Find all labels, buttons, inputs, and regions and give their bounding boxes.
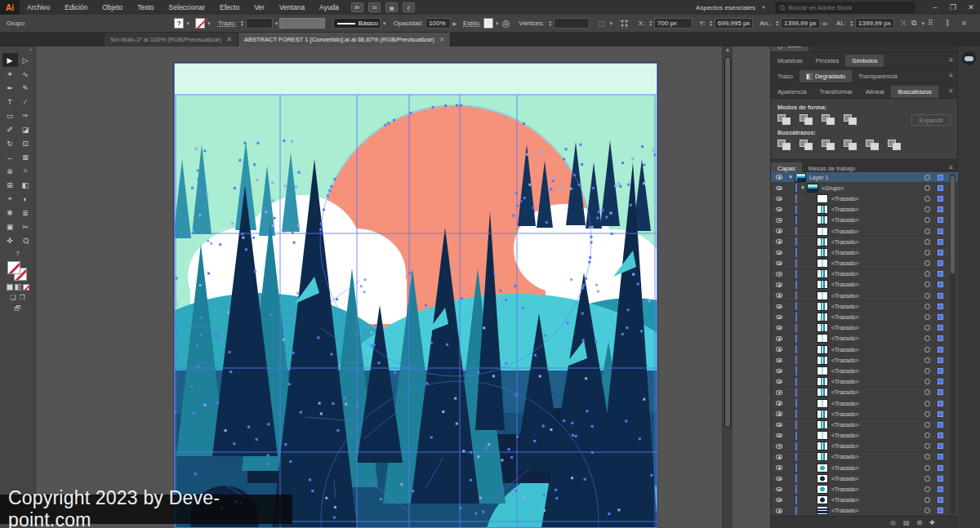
selection-indicator[interactable] xyxy=(938,304,943,309)
trim-icon[interactable] xyxy=(800,140,813,151)
target-circle-icon[interactable] xyxy=(924,465,930,471)
layer-name[interactable]: <Trazado> xyxy=(831,389,859,395)
layer-name[interactable]: <Trazado> xyxy=(831,229,859,234)
selection-indicator[interactable] xyxy=(938,411,943,417)
target-circle-icon[interactable] xyxy=(924,476,930,481)
target-circle-icon[interactable] xyxy=(924,401,930,406)
visibility-eye-icon[interactable] xyxy=(776,498,782,503)
layer-name[interactable]: <Trazado> xyxy=(831,454,859,459)
layer-row-4[interactable]: <Trazado> xyxy=(771,215,958,226)
panel-menu-icon[interactable]: ≡ xyxy=(949,56,953,64)
layer-row-2[interactable]: <Trazado> xyxy=(771,193,958,204)
selection-indicator[interactable] xyxy=(938,486,943,492)
visibility-eye-icon[interactable] xyxy=(776,379,782,384)
target-circle-icon[interactable] xyxy=(924,411,930,417)
x-stepper[interactable]: ▲▼ xyxy=(648,20,652,27)
selection-indicator[interactable] xyxy=(938,282,943,287)
selection-indicator[interactable] xyxy=(938,185,943,191)
layer-name[interactable]: <Trazado> xyxy=(831,335,859,341)
minus-front-icon[interactable] xyxy=(800,114,813,126)
mask-icon[interactable]: ▤ xyxy=(903,519,910,526)
visibility-eye-icon[interactable] xyxy=(776,411,782,416)
selection-indicator[interactable] xyxy=(938,260,943,266)
screen-mode-icon[interactable]: 🗗 xyxy=(0,304,35,313)
layers-scrollbar[interactable] xyxy=(950,174,956,514)
stroke-weight-label[interactable]: Trazo: xyxy=(218,20,236,27)
dock-panel-icon-3[interactable]: ≡ xyxy=(962,19,966,28)
tab-pinceles[interactable]: Pinceles xyxy=(809,55,845,67)
selection-indicator[interactable] xyxy=(938,206,943,212)
visibility-eye-icon[interactable] xyxy=(776,401,782,406)
target-circle-icon[interactable] xyxy=(924,497,930,503)
layer-row-0[interactable]: ▼Layer 1 xyxy=(771,172,958,183)
pencil-tool[interactable]: ✐ xyxy=(2,122,18,136)
target-circle-icon[interactable] xyxy=(924,508,930,513)
layer-name[interactable]: <Trazado> xyxy=(831,401,859,406)
scale-tool[interactable]: ⊡ xyxy=(18,136,33,150)
target-circle-icon[interactable] xyxy=(924,196,930,202)
document-tab-1[interactable]: Sin título-1* al 100% (RGB/Previsualizar… xyxy=(105,33,238,47)
layer-row-13[interactable]: <Trazado> xyxy=(771,312,958,322)
stock-icon[interactable]: St xyxy=(368,2,381,12)
tab-transparencia[interactable]: Transparencia xyxy=(852,70,904,82)
restore-button[interactable]: ❐ xyxy=(944,0,962,15)
share-icon[interactable]: ✆ xyxy=(403,2,415,12)
layer-name[interactable]: <Trazado> xyxy=(831,314,859,320)
new-sublayer-icon[interactable]: ⊞ xyxy=(917,519,923,526)
transform-icon[interactable]: ⤫ xyxy=(901,19,906,28)
intersect-icon[interactable] xyxy=(822,114,835,126)
target-circle-icon[interactable] xyxy=(924,422,930,428)
target-circle-icon[interactable] xyxy=(924,389,930,395)
symbol-sprayer-tool[interactable]: ❋ xyxy=(2,206,18,220)
fill-stroke-swatches[interactable] xyxy=(6,260,30,282)
mesh-tool[interactable]: ⊞ xyxy=(2,178,18,192)
tab-trazo[interactable]: Trazo xyxy=(771,70,800,82)
tab-transformar[interactable]: Transformar xyxy=(813,86,859,98)
layer-row-6[interactable]: <Trazado> xyxy=(771,237,958,247)
tab-apariencia[interactable]: Apariencia xyxy=(771,86,813,98)
width-field[interactable]: 1399,99 px xyxy=(781,18,820,29)
tab-close-icon[interactable]: ✕ xyxy=(226,36,232,43)
style-swatch[interactable] xyxy=(483,18,493,29)
layer-row-14[interactable]: <Trazado> xyxy=(771,323,958,334)
expand-chevron-icon[interactable]: ▼ xyxy=(800,185,805,190)
paintbrush-tool[interactable]: ✑ xyxy=(18,109,33,122)
expand-button[interactable]: Expandir xyxy=(911,114,951,126)
selection-indicator[interactable] xyxy=(938,368,943,374)
layer-name[interactable]: <Trazado> xyxy=(831,282,859,287)
layer-name[interactable]: <Trazado> xyxy=(831,379,859,384)
selection-indicator[interactable] xyxy=(938,314,943,320)
selection-indicator[interactable] xyxy=(938,454,943,459)
visibility-eye-icon[interactable] xyxy=(776,315,782,320)
layer-row-3[interactable]: <Trazado> xyxy=(771,205,958,215)
tab-símbolos[interactable]: Símbolos xyxy=(845,55,884,67)
layer-name[interactable]: <Trazado> xyxy=(831,433,859,438)
visibility-eye-icon[interactable] xyxy=(776,487,782,492)
crop-icon[interactable] xyxy=(844,140,858,151)
layer-name[interactable]: <Trazado> xyxy=(831,368,859,374)
selection-indicator[interactable] xyxy=(938,433,943,438)
selection-indicator[interactable] xyxy=(938,229,943,234)
select-similar-icon[interactable]: ⬚ xyxy=(598,20,605,28)
visibility-eye-icon[interactable] xyxy=(776,423,782,428)
menu-ventana[interactable]: Ventana xyxy=(272,0,312,15)
target-circle-icon[interactable] xyxy=(924,443,930,449)
target-circle-icon[interactable] xyxy=(924,357,930,363)
dock-panel-icon-1[interactable]: ⠿ xyxy=(928,19,933,28)
layer-row-16[interactable]: <Trazado> xyxy=(771,344,958,355)
height-field[interactable]: 1399,99 px xyxy=(855,18,894,29)
layer-row-22[interactable]: <Trazado> xyxy=(771,409,958,419)
direct-selection-tool[interactable]: ▷ xyxy=(18,53,33,67)
tab-buscatrazos[interactable]: Buscatrazos xyxy=(891,86,938,98)
width-tool[interactable]: ↔ xyxy=(2,150,18,164)
target-circle-icon[interactable] xyxy=(924,454,930,459)
outline-icon[interactable] xyxy=(866,140,880,151)
selection-indicator[interactable] xyxy=(938,422,943,428)
isolate-icon[interactable]: ⧉ xyxy=(911,19,916,28)
lasso-tool[interactable]: ∿ xyxy=(18,67,33,81)
layer-row-1[interactable]: ▼<Grupo> xyxy=(771,183,958,193)
visibility-eye-icon[interactable] xyxy=(776,369,782,374)
selection-tool[interactable]: ▶ xyxy=(2,53,18,67)
layer-name[interactable]: <Grupo> xyxy=(822,185,844,191)
layer-row-8[interactable]: <Trazado> xyxy=(771,259,958,269)
